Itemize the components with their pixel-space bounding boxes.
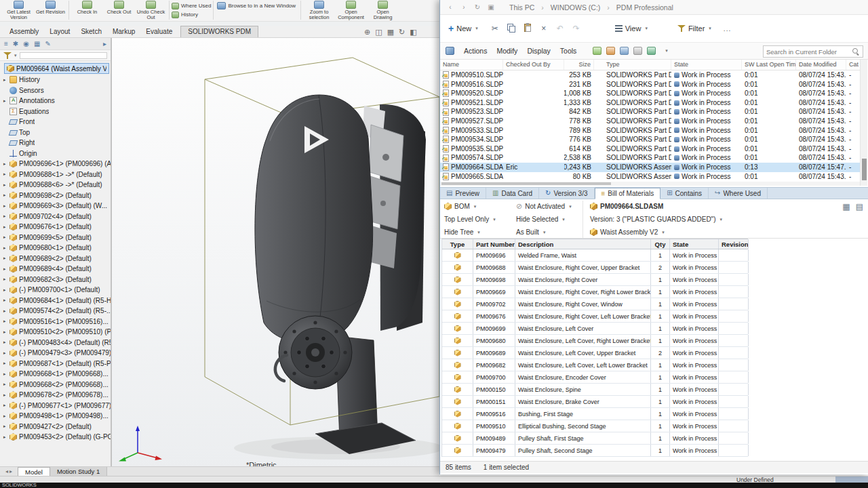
expand-arrow-icon[interactable] [3, 329, 9, 335]
robot-waist-assembly-model[interactable] [112, 38, 439, 468]
rotate-view-icon[interactable]: ↻ [399, 27, 405, 37]
featuremanager-tree-tab-icon[interactable]: ≡ [4, 40, 8, 47]
file-row[interactable]: PM009523.SLDPRT 842 KB SOLIDWORKS Part D… [440, 107, 861, 117]
bom-row[interactable]: PM009489 Pulley Shaft, First Stage 1 Wor… [442, 432, 748, 445]
get-latest-version-button[interactable]: Get Latest Version [3, 0, 35, 21]
expand-arrow-icon[interactable] [3, 371, 9, 377]
tree-item-component[interactable]: PM009516<1> (PM009516)... [0, 317, 111, 327]
tree-item-component[interactable]: (-) PM009479<3> (PM009479)... [0, 348, 111, 359]
column-header-type[interactable]: Type [604, 60, 671, 70]
menu-modify[interactable]: Modify [496, 47, 517, 55]
tree-item-component[interactable]: (-) PM009700<1> (Default) [0, 285, 111, 296]
expand-arrow-icon[interactable] [3, 403, 9, 408]
filter-menu-button[interactable]: Filter ▾ [677, 24, 711, 33]
expand-arrow-icon[interactable] [3, 350, 9, 356]
pdm-tab[interactable]: Bill of Materials [595, 188, 661, 199]
pdm-tab[interactable]: Data Card [486, 188, 539, 199]
tree-item-component[interactable]: PM009680<1> (Default) [0, 243, 111, 253]
open-drawing-button[interactable]: Open Drawing [367, 0, 399, 21]
view-settings-icon[interactable]: ◫ [375, 27, 382, 37]
expand-arrow-icon[interactable] [3, 340, 9, 345]
tree-item-component[interactable]: PM009687<1> (Default) (R5-PM... [0, 359, 111, 369]
file-list-vertical-scrollbar[interactable] [860, 60, 867, 186]
expand-arrow-icon[interactable] [3, 361, 9, 366]
bom-column-revision[interactable]: Revision [719, 239, 749, 249]
file-row[interactable]: PM009574.SLDPRT 2,538 KB SOLIDWORKS Part… [440, 153, 861, 163]
expand-arrow-icon[interactable] [3, 413, 9, 419]
expand-arrow-icon[interactable] [3, 308, 9, 314]
expand-arrow-icon[interactable] [3, 203, 9, 209]
tree-item[interactable]: Top [0, 127, 111, 138]
column-header-date-modified[interactable]: Date Modified [796, 60, 846, 70]
file-row[interactable]: PM009665.SLDASM 80 KB SOLIDWORKS Assembl… [440, 172, 861, 182]
bom-row[interactable]: PM009702 Waist Enclosure, Right Cover, W… [442, 298, 748, 310]
expand-arrow-icon[interactable] [3, 287, 9, 293]
section-view-icon[interactable]: ◧ [410, 27, 416, 37]
tree-item-component[interactable]: PM009688<1> ->* (Default) [0, 169, 111, 180]
pdm-tab[interactable]: Version 3/3 [539, 188, 594, 199]
check-out-icon[interactable] [593, 47, 601, 55]
document-tab[interactable]: Motion Study 1 [50, 467, 107, 476]
bom-type-dropdown[interactable]: BOM▾ [444, 201, 515, 212]
tab-scroll-left-icon[interactable]: ◂ [5, 468, 8, 474]
expand-arrow-icon[interactable] [3, 192, 9, 198]
bom-row[interactable]: PM009676 Waist Enclosure, Right Cover, L… [442, 310, 748, 323]
dimxpert-tab-icon[interactable]: ▦ [34, 40, 40, 47]
expand-arrow-icon[interactable] [3, 235, 9, 240]
expand-arrow-icon[interactable] [3, 382, 9, 387]
back-icon[interactable]: ‹ [446, 3, 455, 11]
panel-collapse-arrow-icon[interactable]: ▸ [103, 40, 106, 47]
cut-icon[interactable]: ✂ [488, 24, 502, 33]
ribbon-tab[interactable]: Assembly [4, 26, 44, 37]
top-level-only-dropdown[interactable]: Top Level Only▾ [444, 214, 515, 225]
check-in-icon[interactable] [606, 47, 615, 55]
new-button[interactable]: + New ▾ [448, 24, 478, 33]
copy-icon[interactable] [504, 24, 519, 34]
tree-item-component[interactable]: PM009689<2> (Default) [0, 253, 111, 264]
tree-item-component[interactable]: PM009574<2> (Default) (R5-... [0, 306, 111, 317]
expand-arrow-icon[interactable] [3, 224, 9, 230]
check-in-button[interactable]: Check In [71, 0, 103, 15]
zoom-to-selection-button[interactable]: Zoom to selection [303, 0, 335, 21]
bom-row[interactable]: PM009510 Elliptical Bushing, Second Stag… [442, 420, 748, 432]
browse-new-window-button[interactable]: Browse to in a New Window [216, 0, 298, 9]
bom-row[interactable]: PM009699 Waist Enclosure, Left Cover 1 W… [442, 323, 748, 335]
bom-row[interactable]: PM009700 Waist Enclosure, Encoder Cover … [442, 371, 748, 384]
bom-row[interactable]: PM009516 Bushing, First Stage 1 Work in … [442, 408, 748, 420]
bom-row[interactable]: PM009669 Waist Enclosure, Right Cover, R… [442, 286, 748, 298]
expand-arrow-icon[interactable] [3, 392, 9, 398]
bom-grid-view-icon[interactable]: ▦ [842, 202, 850, 211]
version-dropdown[interactable]: Version: 3 ("PLASTIC GUARDS ADDED")▾ [590, 214, 806, 225]
expand-arrow-icon[interactable] [3, 182, 9, 188]
get-revision-button[interactable]: Get Revision [35, 0, 66, 15]
where-used-button[interactable]: Where Used [172, 1, 211, 10]
tree-item[interactable]: Equations [0, 106, 111, 117]
expand-arrow-icon[interactable] [3, 298, 9, 303]
ribbon-tab[interactable]: Markup [107, 26, 140, 37]
paste-icon[interactable] [520, 24, 535, 34]
tree-item-component[interactable]: PM009682<3> (Default) [0, 274, 111, 285]
column-header-name[interactable]: Name [440, 60, 503, 70]
scrollbar-thumb[interactable] [441, 182, 611, 185]
chevron-down-icon[interactable]: ▾ [665, 48, 668, 54]
tree-item-component[interactable]: PM009699<5> (Default) [0, 232, 111, 243]
tree-item-component[interactable]: PM009689<4> (Default) [0, 264, 111, 274]
tree-item-component[interactable]: PM009688<6> ->* (Default) [0, 180, 111, 190]
search-input[interactable] [766, 48, 852, 56]
ribbon-tab[interactable]: Sketch [75, 26, 107, 37]
column-header-size[interactable]: Size [564, 60, 594, 70]
tree-item-component[interactable]: (-) PM009483<4> (Default) (R5483... [0, 338, 111, 348]
activation-dropdown[interactable]: ⊘Not Activated▾ [516, 201, 578, 212]
file-row[interactable]: PM009527.SLDPRT 778 KB SOLIDWORKS Part D… [440, 117, 861, 126]
file-row[interactable]: PM009521.SLDPRT 1,333 KB SOLIDWORKS Part… [440, 98, 861, 108]
file-row[interactable]: PM009510.SLDPRT 253 KB SOLIDWORKS Part D… [440, 70, 861, 80]
expand-arrow-icon[interactable] [3, 171, 9, 177]
displaymanager-tab-icon[interactable]: ✎ [45, 40, 50, 47]
ribbon-tab-solidworks-pdm[interactable]: SOLIDWORKS PDM [180, 26, 258, 37]
tree-item-component[interactable]: PM009498<1> (PM009498)... [0, 411, 111, 422]
tree-item-component[interactable]: PM009678<2> (PM009678)... [0, 390, 111, 401]
file-row[interactable]: PM009516.SLDPRT 231 KB SOLIDWORKS Part D… [440, 80, 861, 89]
column-header-state[interactable]: State [671, 60, 742, 70]
tree-item[interactable]: Front [0, 117, 111, 127]
tree-item[interactable]: ▸ Annotations [0, 96, 111, 106]
